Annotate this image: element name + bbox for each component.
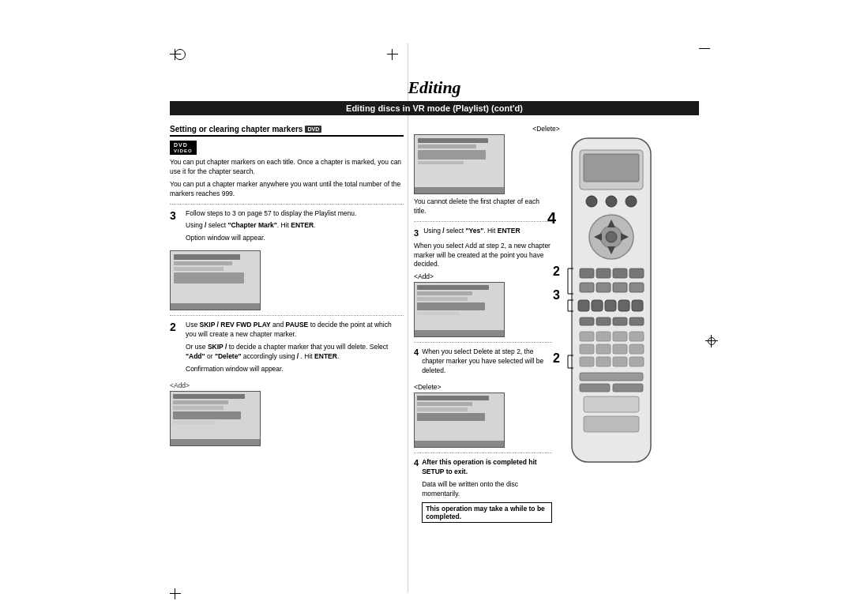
svg-rect-35 [596, 344, 611, 354]
svg-point-12 [606, 231, 617, 242]
step-numbers-area: 3 Using / select "Yes". Hit ENTER [414, 227, 552, 239]
step-4-num: 4 [414, 347, 419, 357]
svg-rect-28 [613, 317, 627, 325]
add-screen-2 [414, 282, 505, 337]
svg-rect-34 [580, 344, 594, 354]
svg-rect-40 [613, 357, 627, 366]
step-2-content: Use SKIP / REV FWD PLAY and PAUSE to dec… [186, 321, 404, 377]
remote-svg [556, 134, 667, 466]
svg-rect-15 [613, 269, 627, 278]
svg-rect-22 [592, 300, 603, 311]
add-label: <Add> [170, 381, 404, 389]
bold-note: This operation may take a while to be co… [422, 502, 552, 523]
section-header-text: Setting or clearing chapter markers [170, 125, 302, 133]
crosshair-br [705, 335, 718, 347]
top-right-area: You cannot delete the first chapter of e… [414, 134, 678, 525]
page-title: Editing [170, 77, 699, 98]
final-step-text: After this operation is completed hit SE… [422, 458, 552, 477]
svg-rect-14 [596, 269, 611, 278]
step-3-row: 3 Follow steps to 3 on page 57 to displa… [170, 209, 404, 247]
num-2b-annotation: 2 [553, 351, 560, 366]
svg-rect-37 [629, 344, 644, 354]
left-content: Setting or clearing chapter markers DVD … [170, 125, 404, 449]
dotted-sep-right-3 [414, 453, 552, 453]
svg-rect-33 [629, 332, 644, 341]
num-2-annotation: 2 [553, 265, 560, 279]
svg-rect-16 [629, 269, 644, 278]
final-step-text2: Data will be written onto the disc momen… [422, 480, 552, 499]
section-header: Setting or clearing chapter markers DVD [170, 125, 404, 137]
svg-rect-44 [613, 384, 643, 392]
svg-point-5 [626, 196, 637, 207]
svg-point-4 [606, 196, 617, 207]
dotted-sep-right-2 [414, 342, 552, 343]
step-2-num: 2 [170, 321, 182, 334]
svg-rect-45 [584, 396, 639, 412]
delete-label-top: <Delete> [414, 125, 678, 133]
svg-rect-41 [629, 357, 644, 366]
svg-rect-20 [629, 283, 644, 292]
delete-screen-top [414, 134, 505, 194]
svg-rect-39 [596, 357, 611, 366]
final-step-num: 4 [414, 458, 419, 468]
dotted-sep-right-1 [414, 221, 552, 222]
step-4-row: 4 When you select Delete at step 2, the … [414, 347, 552, 379]
right-step3-text: Using / select "Yes". Hit ENTER [423, 227, 552, 236]
vertical-divider [408, 43, 408, 592]
step-3-content: Follow steps to 3 on page 57 to display … [186, 209, 404, 247]
page-container: Editing Editing discs in VR mode (Playli… [0, 0, 853, 616]
right-content: <Delete> You cannot delete the first cha… [414, 125, 678, 525]
right-step3-sub: When you select Add at step 2, a new cha… [414, 242, 552, 270]
svg-rect-36 [613, 344, 627, 354]
svg-rect-13 [580, 269, 594, 278]
svg-rect-19 [613, 283, 627, 292]
svg-rect-31 [596, 332, 611, 341]
option-window-thumb [170, 250, 404, 310]
dotted-sep-1 [170, 204, 404, 205]
dvd-logo: DVDVIDEO [170, 141, 197, 155]
svg-rect-26 [580, 317, 594, 325]
num-4-annotation: 4 [547, 209, 556, 227]
svg-rect-25 [632, 300, 643, 311]
step-2-text: Use SKIP / REV FWD PLAY and PAUSE to dec… [186, 321, 404, 340]
dotted-sep-2 [170, 315, 404, 316]
delete-label-2: <Delete> [414, 383, 552, 391]
svg-rect-21 [578, 300, 589, 311]
svg-rect-2 [584, 154, 639, 182]
intro-text-1: You can put chapter markers on each titl… [170, 158, 404, 177]
svg-rect-23 [605, 300, 616, 311]
step-2-row: 2 Use SKIP / REV FWD PLAY and PAUSE to d… [170, 321, 404, 377]
subtitle-bar: Editing discs in VR mode (Playlist) (con… [170, 101, 699, 115]
step-3-text: Follow steps to 3 on page 57 to display … [186, 209, 404, 219]
svg-rect-29 [629, 317, 644, 325]
dvd-logo-area: DVDVIDEO [170, 141, 404, 155]
add-label-2: <Add> [414, 272, 552, 280]
num-3-right: 3 [414, 228, 419, 238]
intro-text-2: You can put a chapter marker anywhere yo… [170, 180, 404, 199]
cannot-delete-note: You cannot delete the first chapter of e… [414, 197, 552, 216]
right-steps-area: You cannot delete the first chapter of e… [414, 134, 552, 525]
step-3-num: 3 [170, 209, 182, 223]
svg-rect-24 [618, 300, 629, 311]
delete-screen-2 [414, 393, 505, 448]
step-2-note: Confirmation window will appear. [186, 365, 404, 374]
step-3-note: Option window will appear. [186, 234, 404, 243]
svg-point-3 [586, 196, 597, 207]
svg-rect-42 [580, 373, 643, 381]
svg-rect-32 [613, 332, 627, 341]
step-3-sub: Using / select "Chapter Mark". Hit ENTER… [186, 221, 404, 231]
svg-rect-46 [584, 416, 639, 432]
final-step-row: 4 After this operation is completed hit … [414, 458, 552, 523]
svg-rect-43 [580, 384, 610, 392]
svg-rect-38 [580, 357, 594, 366]
title-section: Editing Editing discs in VR mode (Playli… [170, 77, 699, 115]
svg-rect-18 [596, 283, 611, 292]
svg-rect-30 [580, 332, 594, 341]
svg-rect-17 [580, 283, 594, 292]
svg-rect-27 [596, 317, 611, 325]
step-4-text: When you select Delete at step 2, the ch… [422, 347, 552, 376]
num-3-annotation: 3 [553, 288, 560, 302]
step-2-text2: Or use SKIP / to decide a chapter marker… [186, 343, 404, 362]
remote-control-area: 4 2 3 2 [556, 134, 678, 466]
add-thumb-area: <Add> [170, 381, 404, 446]
